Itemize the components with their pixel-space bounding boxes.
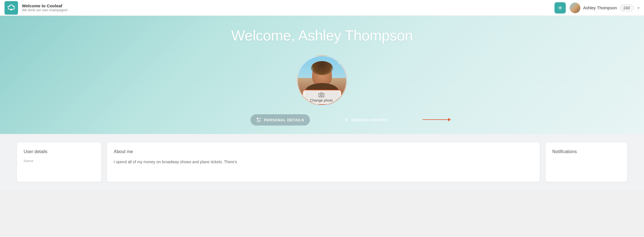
- tab-personal-details[interactable]: PERSONAL DETAILS: [251, 114, 310, 126]
- user-details-title: User details: [24, 149, 95, 154]
- svg-rect-1: [257, 118, 258, 120]
- header: Welcome to Cooleaf We drink our own cham…: [0, 0, 644, 16]
- scales-icon: [344, 117, 349, 123]
- change-photo-button[interactable]: Change photo: [302, 90, 342, 105]
- close-icon: ×: [340, 59, 343, 63]
- personal-details-label: PERSONAL DETAILS: [264, 118, 304, 122]
- arrow-line: [422, 119, 451, 120]
- reward-history-label: REWARD HISTORY: [352, 118, 388, 122]
- profile-photo-area: Change photo ×: [297, 55, 347, 106]
- points-badge: 240: [620, 4, 634, 12]
- user-menu[interactable]: Ashley Thompson 240 ▾: [570, 3, 639, 13]
- add-button[interactable]: [554, 2, 566, 14]
- tab-reward-history[interactable]: REWARD HISTORY: [338, 114, 394, 126]
- svg-rect-4: [257, 120, 261, 121]
- svg-point-0: [321, 94, 323, 96]
- cooleaf-logo-icon: [7, 4, 15, 12]
- app-title-section: Welcome to Cooleaf We drink our own cham…: [22, 3, 68, 12]
- welcome-heading: Welcome, Ashley Thompson: [231, 27, 413, 44]
- avatar: [570, 3, 580, 13]
- about-me-card: About me I spend all of my money on broa…: [107, 142, 540, 182]
- username-display: Ashley Thompson: [583, 5, 617, 10]
- main-content: User details Name About me I spend all o…: [0, 134, 644, 190]
- user-details-card: User details Name: [17, 142, 101, 182]
- profile-photo-circle: Change photo ×: [297, 55, 347, 106]
- close-photo-button[interactable]: ×: [338, 57, 345, 65]
- camera-icon: [319, 92, 324, 98]
- arrow-indicator: [422, 119, 451, 120]
- name-label: Name: [24, 159, 95, 163]
- svg-rect-3: [259, 119, 260, 119]
- chevron-down-icon: ▾: [638, 6, 639, 10]
- svg-rect-2: [259, 118, 261, 118]
- app-subtitle: We drink our own champagne!: [22, 8, 68, 12]
- app-title: Welcome to Cooleaf: [22, 3, 68, 8]
- logo[interactable]: [5, 1, 18, 15]
- notifications-title: Notifications: [552, 149, 620, 154]
- nav-tabs: PERSONAL DETAILS REWARD HISTORY: [234, 114, 411, 126]
- hero-section: Welcome, Ashley Thompson Change photo: [0, 16, 644, 134]
- change-photo-label: Change photo: [310, 98, 333, 102]
- avatar-image: [570, 3, 580, 13]
- plus-icon: [557, 5, 563, 11]
- notifications-card: Notifications: [545, 142, 627, 182]
- svg-rect-5: [257, 121, 260, 122]
- about-me-title: About me: [114, 149, 533, 154]
- person-details-icon: [256, 117, 262, 123]
- about-me-text: I spend all of my money on broadway show…: [114, 159, 533, 165]
